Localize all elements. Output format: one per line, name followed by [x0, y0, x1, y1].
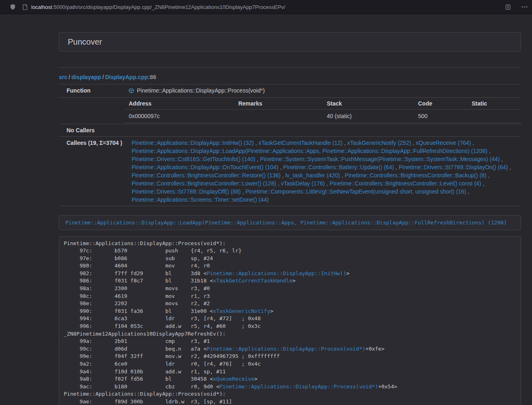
stack-value: 40 (static)	[323, 109, 415, 123]
breadcrumb: src/displayapp/DisplayApp.cpp:86	[59, 74, 521, 80]
table-row: 0x0000097c 40 (static) 500	[125, 109, 521, 123]
callee-link[interactable]: xQueueReceive (764)	[416, 140, 471, 146]
breadcrumb-item-displayapp[interactable]: displayapp	[71, 74, 101, 80]
callee-separator: ,	[471, 140, 474, 146]
disasm-symbol-link[interactable]: Pinetime::Applications::DisplayApp::Init…	[207, 270, 346, 276]
callee-separator: ,	[325, 180, 330, 187]
breadcrumb-item-src[interactable]: src	[59, 74, 67, 80]
table-row: No Callers	[59, 124, 521, 136]
selected-callee-link[interactable]: Pinetime::Applications::DisplayApp::Load…	[65, 220, 507, 226]
callee-link[interactable]: Pinetime::Controllers::BrightnessControl…	[131, 172, 280, 179]
callee-link[interactable]: Pinetime::Drivers::St7789::DisplayOff() …	[131, 188, 241, 195]
address-table: Address Remarks Stack Code Static 0x0000…	[125, 98, 521, 123]
column-header-address: Address	[125, 98, 235, 110]
table-row: Function Pinetime::Applications::Display…	[59, 84, 521, 98]
disasm-symbol-link[interactable]: xTaskGenericNotify	[213, 308, 270, 314]
callee-link[interactable]: Pinetime::Controllers::BrightnessControl…	[131, 180, 276, 187]
reader-view-icon[interactable]	[505, 4, 511, 10]
callee-separator: ,	[255, 156, 260, 162]
callees-cell: Pinetime::Applications::DisplayApp::Init…	[125, 136, 521, 206]
disassembly: Pinetime::Applications::DisplayApp::Proc…	[59, 236, 521, 405]
callee-link[interactable]: Pinetime::Applications::DisplayApp::OnTo…	[131, 164, 278, 170]
no-callers-label: No Callers	[59, 124, 125, 136]
callee-link[interactable]: Pinetime::System::SystemTask::PushMessag…	[260, 156, 500, 162]
function-row-label: Function	[59, 84, 125, 98]
callee-link[interactable]: xTaskGenericNotify (252)	[347, 140, 411, 146]
callee-separator: ,	[241, 188, 246, 195]
callee-link[interactable]: Pinetime::Controllers::Battery::Update()…	[283, 164, 394, 170]
callee-separator: ,	[481, 180, 485, 187]
url-host: localhost	[31, 4, 52, 10]
callee-link[interactable]: Pinetime::Applications::DisplayApp::Load…	[131, 148, 487, 154]
callee-separator: ,	[394, 164, 399, 170]
symbol-table: Function Pinetime::Applications::Display…	[59, 84, 521, 206]
callee-separator: ,	[466, 188, 470, 195]
callee-separator: ,	[280, 172, 285, 179]
disasm-symbol-link[interactable]: xTaskGetCurrentTaskHandle	[213, 278, 293, 284]
callee-link[interactable]: Pinetime::Drivers::Cst816S::GetTouchInfo…	[131, 156, 255, 162]
disasm-symbol-link[interactable]: xQueueReceive	[213, 376, 254, 382]
callee-link[interactable]: lv_task_handler (420)	[285, 172, 340, 179]
app-header: Puncover	[59, 32, 521, 52]
table-row: Address Remarks Stack Code Static 0x0000…	[59, 97, 521, 124]
disasm-symbol-link[interactable]: Pinetime::Applications::DisplayApp::Proc…	[220, 383, 378, 390]
selected-callee-box: Pinetime::Applications::DisplayApp::Load…	[59, 215, 521, 230]
callee-separator: ,	[276, 180, 281, 187]
page-container: Puncover src/displayapp/DisplayApp.cpp:8…	[59, 32, 521, 405]
url-path: :5000/path/src/displayapp/DisplayApp.cpp…	[52, 4, 285, 10]
callee-link[interactable]: Pinetime::Controllers::BrightnessControl…	[330, 180, 481, 187]
column-header-stack: Stack	[323, 98, 415, 110]
callee-link[interactable]: vTaskDelay (176)	[281, 180, 325, 187]
callee-separator: ,	[500, 156, 503, 162]
callee-separator: ,	[340, 172, 345, 179]
callee-separator: ,	[254, 140, 258, 146]
callee-separator: ,	[411, 140, 416, 146]
function-icon	[129, 88, 134, 93]
column-header-remarks: Remarks	[235, 98, 323, 110]
callee-link[interactable]: Pinetime::Applications::Screens::Timer::…	[131, 196, 269, 203]
table-header-row: Address Remarks Stack Code Static	[125, 98, 521, 110]
callee-link[interactable]: xTaskGetCurrentTaskHandle (12)	[258, 140, 342, 146]
callees-label: Callees (19, Σ=3704 )	[59, 136, 125, 206]
function-name: Pinetime::Applications::DisplayApp::Proc…	[137, 86, 265, 95]
callee-separator: ,	[278, 164, 283, 170]
page-title: Puncover	[68, 37, 102, 47]
breadcrumb-separator: /	[67, 74, 71, 80]
tracking-protection-shield-icon[interactable]	[10, 4, 16, 10]
breadcrumb-item-file[interactable]: DisplayApp.cpp	[105, 74, 148, 80]
callee-link[interactable]: Pinetime::Drivers::St7789::DisplayOn() (…	[399, 164, 508, 170]
breadcrumb-line-number: :86	[148, 74, 156, 80]
address-value: 0x0000097c	[125, 109, 235, 123]
static-value	[468, 109, 521, 123]
page-info-icon[interactable]	[22, 4, 28, 10]
callee-link[interactable]: Pinetime::Components::LittleVgl::SetNewT…	[246, 188, 466, 195]
remarks-value	[235, 109, 323, 123]
callee-link[interactable]: Pinetime::Controllers::BrightnessControl…	[345, 172, 486, 179]
page-actions-ellipsis-icon[interactable]	[521, 6, 528, 8]
divider	[59, 67, 521, 68]
table-row: Callees (19, Σ=3704 ) Pinetime::Applicat…	[59, 136, 521, 206]
code-value: 500	[415, 109, 468, 123]
browser-chrome: localhost:5000/path/src/displayapp/Displ…	[0, 0, 532, 14]
column-header-code: Code	[415, 98, 468, 110]
callee-separator: ,	[487, 148, 491, 154]
callee-separator: ,	[342, 140, 347, 146]
callee-separator: ,	[487, 172, 490, 179]
column-header-static: Static	[468, 98, 521, 110]
url-bar[interactable]: localhost:5000/path/src/displayapp/Displ…	[31, 4, 285, 10]
disasm-symbol-link[interactable]: Pinetime::Applications::DisplayApp::Proc…	[207, 346, 365, 352]
callee-link[interactable]: Pinetime::Applications::DisplayApp::Init…	[131, 140, 254, 146]
breadcrumb-separator: /	[101, 74, 105, 80]
callee-separator: ,	[508, 164, 511, 170]
